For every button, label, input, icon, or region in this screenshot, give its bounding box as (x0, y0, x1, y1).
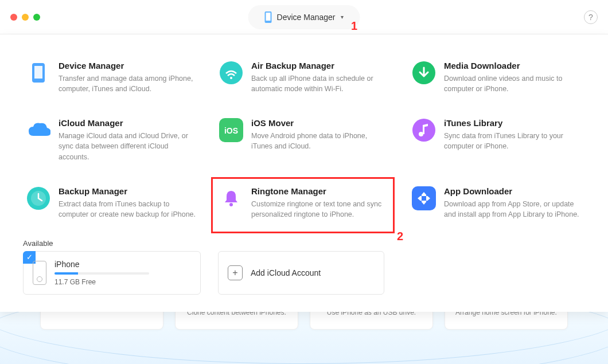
menu-item-itunes-library[interactable]: iTunes Library Sync data from iTunes Lib… (408, 115, 585, 165)
help-button[interactable]: ? (584, 10, 598, 24)
maximize-window-button[interactable] (33, 14, 40, 21)
menu-item-air-backup-manager[interactable]: Air Backup Manager Back up all iPhone da… (216, 57, 392, 97)
menu-item-app-downloader[interactable]: App Downloader Download app from App Sto… (408, 183, 585, 223)
plus-icon: + (228, 265, 243, 280)
titlebar: Device Manager ▾ 1 ? (0, 0, 608, 34)
annotation-2: 2 (397, 230, 403, 243)
svg-rect-1 (266, 13, 271, 21)
menu-item-desc: Download online videos and music to comp… (444, 73, 582, 94)
available-section: Available ✓ iPhone 11.7 GB Free + Add iC… (23, 239, 585, 295)
menu-item-device-manager[interactable]: Device Manager Transfer and manage data … (23, 57, 200, 97)
menu-item-title: Device Manager (59, 61, 196, 71)
storage-free-text: 11.7 GB Free (54, 278, 191, 286)
wifi-icon (219, 61, 243, 85)
phone-icon (26, 61, 50, 85)
menu-item-desc: Move Android phone data to iPhone, iTune… (251, 131, 389, 151)
menu-item-title: iTunes Library (444, 118, 582, 128)
menu-item-desc: Download app from App Store, or update a… (444, 199, 582, 220)
download-icon (412, 61, 436, 85)
svg-point-4 (220, 61, 243, 84)
device-name: iPhone (54, 260, 191, 269)
menu-item-desc: Sync data from iTunes Library to your co… (444, 131, 582, 151)
menu-item-backup-manager[interactable]: Backup Manager Extract data from iTunes … (23, 183, 200, 223)
bell-icon (219, 186, 243, 210)
menu-item-title: Ringtone Manager (251, 186, 389, 196)
note-icon (412, 118, 436, 142)
svg-text:iOS: iOS (224, 126, 238, 135)
minimize-window-button[interactable] (22, 14, 29, 21)
menu-item-icloud-manager[interactable]: iCloud Manager Manage iCloud data and iC… (23, 115, 200, 165)
phone-icon (264, 11, 272, 24)
close-window-button[interactable] (10, 14, 17, 21)
svg-rect-3 (34, 66, 42, 79)
add-icloud-account-button[interactable]: + Add iCloud Account (218, 251, 384, 295)
menu-item-desc: Transfer and manage data among iPhone, c… (59, 73, 196, 94)
ios-icon: iOS (219, 118, 243, 142)
device-manager-dropdown[interactable]: Device Manager ▾ (248, 5, 360, 29)
svg-point-14 (229, 203, 233, 206)
menu-item-desc: Customize ringtone or text tone and sync… (251, 199, 389, 220)
menu-item-title: App Downloader (444, 186, 582, 196)
annotation-1: 1 (351, 19, 357, 33)
menu-item-title: Air Backup Manager (251, 61, 389, 71)
menu-item-title: Media Downloader (444, 61, 582, 71)
cloud-icon (26, 118, 50, 142)
svg-point-10 (419, 132, 423, 136)
device-card-iphone[interactable]: ✓ iPhone 11.7 GB Free (23, 251, 201, 295)
app-icon (412, 186, 436, 210)
menu-item-desc: Manage iCloud data and iCloud Drive, or … (59, 131, 196, 162)
menu-item-media-downloader[interactable]: Media Downloader Download online videos … (408, 57, 585, 97)
window-controls (10, 14, 40, 21)
menu-item-ios-mover[interactable]: iOS iOS Mover Move Android phone data to… (216, 115, 392, 165)
menu-item-title: Backup Manager (59, 186, 196, 196)
svg-point-5 (230, 77, 232, 79)
add-icloud-label: Add iCloud Account (251, 268, 321, 277)
menu-item-desc: Back up all iPhone data in schedule or a… (251, 73, 389, 94)
dropdown-menu-overlay: Device Manager Transfer and manage data … (0, 34, 608, 312)
clock-icon (26, 186, 50, 210)
svg-rect-15 (412, 186, 436, 210)
phone-outline-icon (33, 261, 46, 285)
chevron-down-icon: ▾ (341, 14, 344, 20)
storage-bar (54, 272, 149, 275)
menu-item-ringtone-manager[interactable]: Ringtone Manager Customize ringtone or t… (216, 183, 392, 223)
dropdown-label: Device Manager (277, 13, 336, 22)
menu-item-desc: Extract data from iTunes backup to compu… (59, 199, 196, 220)
available-label: Available (23, 239, 585, 248)
feature-grid: Device Manager Transfer and manage data … (23, 57, 585, 223)
menu-item-title: iOS Mover (251, 118, 389, 128)
menu-item-title: iCloud Manager (59, 118, 196, 128)
